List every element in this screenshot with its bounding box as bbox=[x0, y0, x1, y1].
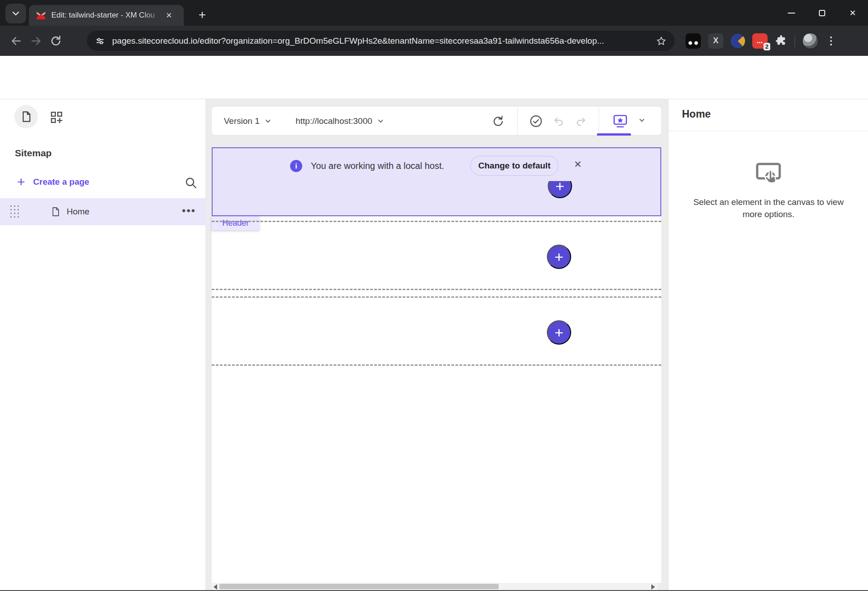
device-menu-button[interactable] bbox=[639, 117, 645, 125]
forward-arrow-icon bbox=[30, 35, 42, 47]
add-component-button[interactable]: + bbox=[547, 245, 571, 269]
main-area: Sitemap + Create a page Home ••• Vers bbox=[0, 99, 868, 590]
app-bar: tailwind-starter English Shared layout E… bbox=[0, 56, 868, 99]
refresh-button[interactable] bbox=[492, 115, 504, 127]
extension-icon[interactable] bbox=[686, 33, 701, 49]
canvas-region: Version 1 http://localhost:3000 bbox=[206, 99, 668, 590]
sitecore-favicon-icon bbox=[36, 10, 46, 20]
window-minimize-button[interactable] bbox=[776, 0, 807, 26]
sitemap-search-button[interactable] bbox=[183, 175, 199, 191]
reload-icon bbox=[50, 35, 62, 47]
url-text[interactable]: pages.sitecorecloud.io/editor?organizati… bbox=[112, 36, 656, 46]
tab-title: Edit: tailwind-starter - XM Clou bbox=[51, 11, 163, 20]
tab-search-button[interactable] bbox=[5, 4, 26, 23]
browser-tab[interactable]: Edit: tailwind-starter - XM Clou ✕ bbox=[29, 5, 184, 26]
device-desktop-button[interactable] bbox=[613, 114, 628, 128]
panel-divider bbox=[668, 131, 868, 131]
search-icon bbox=[185, 177, 197, 189]
tab-close-icon[interactable]: ✕ bbox=[166, 11, 172, 20]
header-section-selected[interactable]: + i You are working with a local host. C… bbox=[212, 147, 661, 216]
banner-text: You are working with a local host. bbox=[311, 161, 444, 171]
chevron-down-icon bbox=[11, 9, 20, 18]
page-icon bbox=[50, 207, 60, 217]
create-page-button[interactable]: + Create a page bbox=[17, 177, 89, 187]
version-selector[interactable]: Version 1 bbox=[224, 116, 271, 126]
refresh-icon bbox=[492, 115, 504, 127]
localhost-banner: i You are working with a local host. Cha… bbox=[213, 148, 660, 181]
extension-dots-icon: ••• bbox=[757, 40, 763, 45]
add-component-button[interactable]: + bbox=[547, 320, 571, 345]
check-circle-icon bbox=[529, 114, 543, 128]
scroll-right-arrow-icon[interactable] bbox=[651, 584, 655, 590]
browser-menu-button[interactable] bbox=[826, 36, 836, 45]
close-icon: ✕ bbox=[849, 8, 856, 18]
sidebar-item-home[interactable]: Home ••• bbox=[0, 198, 206, 225]
info-icon: i bbox=[290, 160, 302, 172]
validate-button[interactable] bbox=[529, 114, 543, 128]
scrollbar-thumb[interactable] bbox=[219, 584, 499, 589]
extension-badge: 2 bbox=[763, 43, 770, 50]
window-maximize-button[interactable] bbox=[807, 0, 837, 26]
sidebar: Sitemap + Create a page Home ••• bbox=[0, 99, 206, 590]
chevron-down-icon bbox=[377, 118, 384, 124]
back-button[interactable] bbox=[6, 31, 26, 51]
components-panel-button[interactable] bbox=[49, 109, 64, 125]
scroll-left-arrow-icon[interactable] bbox=[214, 584, 217, 590]
toolbar-divider bbox=[795, 35, 795, 47]
sitemap-heading: Sitemap bbox=[15, 148, 52, 159]
horizontal-scrollbar[interactable] bbox=[212, 583, 658, 590]
banner-close-icon[interactable]: ✕ bbox=[574, 159, 582, 170]
placeholder-section[interactable]: + bbox=[212, 296, 661, 366]
extensions-puzzle-button[interactable] bbox=[775, 35, 787, 47]
host-selector[interactable]: http://localhost:3000 bbox=[295, 116, 384, 126]
page-options-button[interactable]: ••• bbox=[182, 205, 196, 217]
bookmark-star-icon[interactable] bbox=[656, 36, 667, 46]
browser-toolbar: pages.sitecorecloud.io/editor?organizati… bbox=[0, 26, 868, 56]
window-close-button[interactable]: ✕ bbox=[837, 0, 868, 26]
select-element-icon bbox=[754, 159, 783, 187]
redo-button[interactable] bbox=[574, 115, 587, 127]
empty-state-text: Select an element in the canvas to view … bbox=[687, 196, 850, 220]
document-icon bbox=[20, 111, 32, 123]
canvas-toolbar: Version 1 http://localhost:3000 bbox=[212, 107, 661, 135]
change-to-default-button[interactable]: Change to default bbox=[470, 156, 559, 176]
undo-button[interactable] bbox=[553, 115, 565, 127]
extension-red-icon[interactable]: ••• 2 bbox=[752, 33, 768, 49]
extension-glyph-icon bbox=[688, 41, 698, 45]
panel-title: Home bbox=[682, 108, 711, 120]
page-label: Home bbox=[67, 207, 90, 217]
page-canvas: + i You are working with a local host. C… bbox=[212, 147, 661, 583]
plus-icon: + bbox=[17, 177, 25, 187]
placeholder-section[interactable]: + bbox=[212, 221, 661, 290]
sitemap-panel-button[interactable] bbox=[14, 105, 38, 128]
url-bar[interactable]: pages.sitecorecloud.io/editor?organizati… bbox=[87, 31, 675, 51]
create-page-label: Create a page bbox=[33, 177, 90, 187]
forward-button[interactable] bbox=[26, 31, 46, 51]
components-grid-icon bbox=[50, 110, 63, 124]
window-controls: ✕ bbox=[776, 0, 868, 26]
maximize-icon bbox=[819, 10, 825, 16]
profile-avatar[interactable] bbox=[802, 33, 818, 49]
drag-handle-icon[interactable] bbox=[10, 205, 20, 218]
screen: Edit: tailwind-starter - XM Clou ✕ + ✕ p… bbox=[0, 0, 868, 591]
site-settings-icon[interactable] bbox=[95, 36, 105, 46]
chevron-down-icon bbox=[639, 117, 645, 123]
extension-x-icon[interactable]: X bbox=[708, 33, 723, 49]
chevron-down-icon bbox=[265, 118, 271, 124]
undo-icon bbox=[553, 115, 565, 127]
browser-tab-strip: Edit: tailwind-starter - XM Clou ✕ + ✕ bbox=[0, 0, 868, 26]
properties-panel: Home Select an element in the canvas to … bbox=[668, 99, 868, 590]
extension-sphere-icon[interactable] bbox=[731, 34, 745, 48]
new-tab-button[interactable]: + bbox=[194, 6, 211, 23]
active-device-indicator bbox=[597, 133, 631, 136]
device-star-icon bbox=[613, 114, 628, 128]
redo-icon bbox=[574, 115, 587, 127]
extensions-row: X ••• 2 bbox=[686, 31, 836, 51]
back-arrow-icon bbox=[10, 35, 22, 47]
version-label: Version 1 bbox=[224, 116, 259, 126]
minimize-icon bbox=[788, 13, 795, 14]
reload-button[interactable] bbox=[46, 31, 66, 51]
host-label: http://localhost:3000 bbox=[295, 116, 372, 126]
